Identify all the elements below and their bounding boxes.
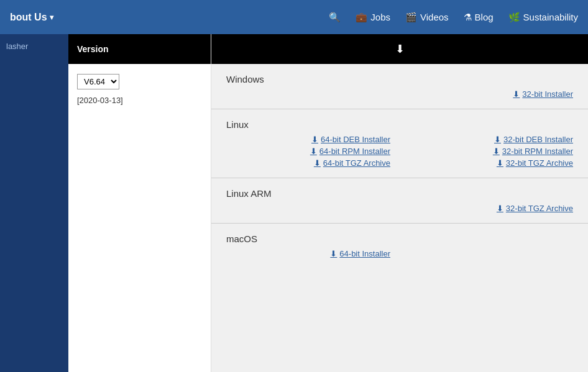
linux-32bit-deb[interactable]: ⬇ 32-bit DEB Installer [409,135,573,144]
windows-links: ⬇ 32-bit Installer [226,89,573,99]
windows-32bit-installer[interactable]: ⬇ 32-bit Installer [513,89,573,99]
linux-32bit-rpm[interactable]: ⬇ 32-bit RPM Installer [409,147,573,156]
linux-64bit-tgz[interactable]: ⬇ 64-bit TGZ Archive [226,158,390,168]
nav-blog[interactable]: ⚗ Blog [464,12,494,23]
download-icon: ⬇ [395,42,405,56]
linux-arm-32bit-tgz[interactable]: ⬇ 32-bit TGZ Archive [497,204,573,213]
download-icon-l32deb: ⬇ [494,135,501,144]
nav-right: 🔍 💼 Jobs 🎬 Videos ⚗ Blog 🌿 Sustainabilit… [329,12,578,23]
download-header: ⬇ [211,34,588,64]
videos-icon: 🎬 [405,12,417,23]
blog-icon: ⚗ [464,12,472,23]
os-title-linux-arm: Linux ARM [226,188,573,199]
jobs-label: Jobs [370,12,390,22]
download-icon-l64tgz: ⬇ [314,158,321,168]
blog-label: Blog [475,12,494,22]
sidebar: lasher [0,34,68,372]
search-button[interactable]: 🔍 [329,12,341,23]
version-date: [2020-03-13] [77,96,202,105]
os-title-linux: Linux [226,119,573,130]
nav-bar: bout Us ▾ 🔍 💼 Jobs 🎬 Videos ⚗ Blog 🌿 Sus… [0,0,588,34]
linux-64bit-deb[interactable]: ⬇ 64-bit DEB Installer [226,135,390,144]
videos-label: Videos [420,12,449,22]
about-menu[interactable]: bout Us ▾ [10,12,53,23]
linux-64bit-rpm[interactable]: ⬇ 64-bit RPM Installer [226,147,390,156]
sustainability-icon: 🌿 [508,12,520,23]
version-header: Version [68,34,211,64]
macos-links: ⬇ 64-bit Installer [226,249,573,258]
os-section-windows: Windows ⬇ 32-bit Installer [211,64,588,109]
nav-left: bout Us ▾ [10,12,53,23]
sidebar-item-flasher[interactable]: lasher [0,34,68,58]
version-select-row: V6.64 V6.63 V6.62 V6.61 [77,74,202,89]
download-icon-l32rpm: ⬇ [493,147,500,156]
linux-32bit-tgz[interactable]: ⬇ 32-bit TGZ Archive [409,158,573,168]
sustainability-label: Sustainability [523,12,578,22]
download-icon-l64deb: ⬇ [311,135,318,144]
version-dropdown[interactable]: V6.64 V6.63 V6.62 V6.61 [77,74,119,89]
os-title-windows: Windows [226,74,573,84]
os-section-linux-arm: Linux ARM ⬇ 32-bit TGZ Archive [211,178,588,224]
nav-sustainability[interactable]: 🌿 Sustainability [508,12,578,23]
download-column: ⬇ Windows ⬇ 32-bit Installer Linux ⬇ [211,34,588,372]
about-label: bout Us [10,12,47,23]
download-icon-l32tgz: ⬇ [497,158,503,168]
search-icon: 🔍 [329,12,341,23]
version-column: Version V6.64 V6.63 V6.62 V6.61 [2020-03… [68,34,211,372]
linux-links: ⬇ 64-bit DEB Installer ⬇ 32-bit DEB Inst… [226,135,573,168]
main-container: lasher Version V6.64 V6.63 V6.62 V6.61 [… [0,34,588,372]
os-section-linux: Linux ⬇ 64-bit DEB Installer ⬇ 32-bit DE… [211,109,588,178]
version-content: V6.64 V6.63 V6.62 V6.61 [2020-03-13] [68,64,211,115]
os-title-macos: macOS [226,234,573,244]
nav-videos[interactable]: 🎬 Videos [405,12,449,23]
jobs-icon: 💼 [356,12,367,23]
chevron-down-icon: ▾ [50,13,53,22]
download-icon-arm32tgz: ⬇ [497,204,503,213]
download-icon-l64rpm: ⬇ [310,147,317,156]
os-section-macos: macOS ⬇ 64-bit Installer [211,224,588,268]
download-content: Windows ⬇ 32-bit Installer Linux ⬇ 64-bi… [211,64,588,268]
download-icon-mac64: ⬇ [330,249,337,258]
download-icon-win32: ⬇ [513,89,520,99]
nav-jobs[interactable]: 💼 Jobs [356,12,390,23]
linux-arm-links: ⬇ 32-bit TGZ Archive [226,204,573,213]
macos-64bit-installer[interactable]: ⬇ 64-bit Installer [226,249,390,258]
